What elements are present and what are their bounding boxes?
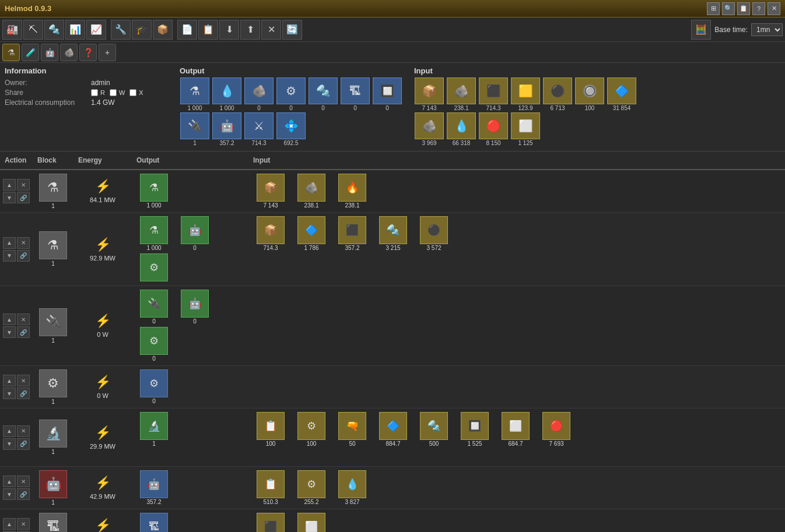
- row2-dn[interactable]: ▼: [3, 250, 16, 262]
- tb-close[interactable]: ✕: [261, 20, 281, 40]
- row2-lnk[interactable]: 🔗: [17, 250, 30, 262]
- win-btn-grid[interactable]: ⊞: [707, 2, 720, 15]
- row4-lnk[interactable]: 🔗: [17, 387, 30, 399]
- row6-out-icon-0: 🤖: [140, 470, 168, 498]
- share-r[interactable]: R: [91, 89, 105, 96]
- tb-up[interactable]: ⬆: [240, 20, 260, 40]
- tb2-beaker[interactable]: 🧪: [22, 44, 39, 61]
- row6-up[interactable]: ▲: [3, 475, 16, 487]
- tb-book[interactable]: 🎓: [132, 20, 152, 40]
- tb-paste[interactable]: 📋: [198, 20, 218, 40]
- row1-down-btn[interactable]: ▼: [3, 192, 16, 203]
- row5-in-val-6: 684.7: [508, 441, 523, 447]
- row6-block-count: 1: [51, 499, 55, 506]
- row5-in-5: 🔲 1 525: [455, 412, 495, 447]
- row5-del[interactable]: ✕: [17, 425, 30, 437]
- out-icon-9: ⚔: [244, 112, 274, 139]
- row2-in-val-1: 1 786: [304, 245, 318, 251]
- tb-factory[interactable]: 🏭: [2, 20, 22, 40]
- share-w[interactable]: W: [110, 89, 125, 96]
- tb-refresh[interactable]: 🔄: [282, 20, 302, 40]
- row5-in-val-1: 100: [307, 441, 317, 447]
- share-x[interactable]: X: [129, 89, 143, 96]
- row4-action: ▲✕ ▼🔗: [0, 366, 33, 408]
- row5-in-val-4: 500: [429, 441, 439, 447]
- row2-del[interactable]: ✕: [17, 237, 30, 249]
- row6-block-icon: 🤖: [39, 470, 67, 498]
- row3-del[interactable]: ✕: [17, 313, 30, 325]
- out-item-0: ⚗ 1 000: [180, 77, 210, 111]
- tb-stats[interactable]: 📈: [86, 20, 106, 40]
- row2-up[interactable]: ▲: [3, 237, 16, 249]
- row2-in-4: ⚫ 3 572: [414, 216, 454, 251]
- row5-up[interactable]: ▲: [3, 425, 16, 437]
- row1-in-val-1: 238.1: [304, 202, 318, 209]
- tb-copy[interactable]: 📄: [177, 20, 197, 40]
- out-item-8: 🤖 357.2: [212, 112, 242, 146]
- row7-in-1: ⬜ 624.8: [292, 513, 331, 532]
- row1-in-icon-0: 📦: [257, 174, 285, 202]
- row3-energy-val: 0 W: [97, 331, 108, 338]
- tb-mine[interactable]: ⛏: [23, 20, 43, 40]
- row5-in-4: 🔩 500: [414, 412, 454, 447]
- row1-input: 📦 7 143 🪨 238.1 🔥 238.1: [248, 170, 785, 212]
- row3-input: [248, 286, 785, 365]
- in-val-4: 6 713: [550, 105, 565, 111]
- row6-dn[interactable]: ▼: [3, 488, 16, 500]
- row4-up[interactable]: ▲: [3, 375, 16, 386]
- in-icon-5: 🔘: [575, 77, 604, 104]
- row6-out-val-0: 357.2: [146, 499, 161, 505]
- tb2-add[interactable]: +: [99, 44, 116, 61]
- win-btn-close[interactable]: ✕: [768, 2, 780, 15]
- row6-del[interactable]: ✕: [17, 475, 30, 487]
- out-icon-8: 🤖: [212, 112, 241, 139]
- row1-in-val-2: 238.1: [345, 202, 359, 209]
- win-btn-help[interactable]: ?: [752, 2, 765, 15]
- out-val-7: 1: [193, 140, 197, 146]
- in-item-4: ⚫ 6 713: [542, 77, 573, 111]
- tb-down[interactable]: ⬇: [219, 20, 239, 40]
- win-btn-search[interactable]: 🔍: [722, 2, 735, 15]
- row3-block: 🔌 1: [33, 286, 73, 365]
- tb-chart[interactable]: 📊: [65, 20, 85, 40]
- row6-output: 🤖 357.2: [132, 467, 248, 509]
- row7-del[interactable]: ✕: [17, 518, 30, 530]
- out-icon-10: 💠: [276, 112, 306, 139]
- row2-in-icon-4: ⚫: [420, 216, 448, 244]
- base-time-select[interactable]: 1mn 1s 1h: [751, 23, 783, 36]
- tb-box[interactable]: 📦: [153, 20, 173, 40]
- row5-in-icon-3: 🔷: [379, 412, 407, 440]
- row1-up-btn[interactable]: ▲: [3, 179, 16, 191]
- out-item-7: 🔌 1: [180, 112, 210, 146]
- tb2-help[interactable]: ❓: [79, 44, 97, 61]
- toolbar-right: 🧮 Base time: 1mn 1s 1h: [691, 20, 783, 40]
- win-btn-clipboard[interactable]: 📋: [737, 2, 750, 15]
- tb-calc[interactable]: 🧮: [691, 20, 711, 40]
- out-icon-3: ⚙: [276, 77, 306, 104]
- row4-del[interactable]: ✕: [17, 375, 30, 386]
- row5-dn[interactable]: ▼: [3, 438, 16, 450]
- row6-lnk[interactable]: 🔗: [17, 488, 30, 500]
- row3-up[interactable]: ▲: [3, 313, 16, 325]
- row5-lnk[interactable]: 🔗: [17, 438, 30, 450]
- in-val-2: 714.3: [486, 105, 500, 111]
- tb2-rock[interactable]: 🪨: [60, 44, 78, 61]
- row3-dn[interactable]: ▼: [3, 326, 16, 338]
- tb2-robot[interactable]: 🤖: [41, 44, 58, 61]
- share-label: Share: [5, 89, 86, 97]
- in-item-6: 🔷 31 854: [607, 77, 637, 111]
- row4-dn[interactable]: ▼: [3, 387, 16, 399]
- tb-gear[interactable]: 🔩: [44, 20, 64, 40]
- row1-link-btn[interactable]: 🔗: [17, 192, 30, 203]
- row7-up[interactable]: ▲: [3, 518, 16, 530]
- tb2-flask[interactable]: ⚗: [2, 44, 20, 61]
- tb-wrench[interactable]: 🔧: [111, 20, 131, 40]
- in-val-1: 238.1: [454, 105, 468, 111]
- row3-lnk[interactable]: 🔗: [17, 326, 30, 338]
- row7-in-0: ⬛ 182.3: [251, 513, 290, 532]
- in-item-10: ⬜ 1 125: [510, 112, 541, 146]
- row6-in-icon-0: 📋: [257, 470, 285, 498]
- row1-out-val-0: 1 000: [146, 202, 161, 209]
- row1-delete-btn[interactable]: ✕: [17, 179, 30, 191]
- table-header: Action Block Energy Output Input: [0, 152, 785, 170]
